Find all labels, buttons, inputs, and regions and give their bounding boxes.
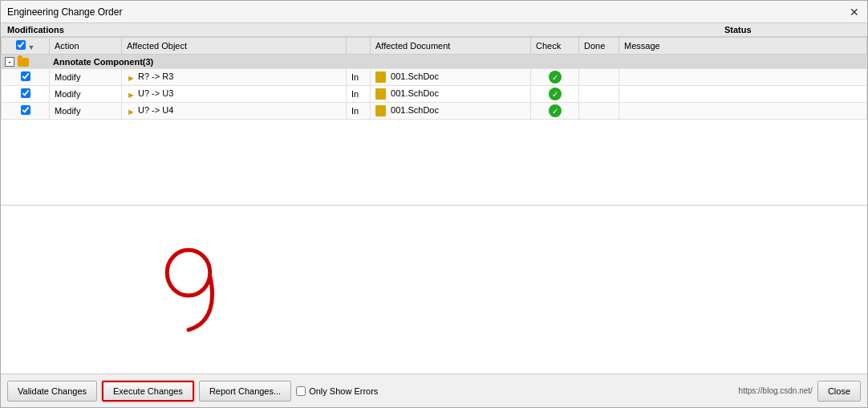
row1-affected-document: 001.SchDoc: [371, 69, 531, 86]
folder-icon: [18, 58, 29, 67]
table-row: Modify ► U? -> U3 In 001.SchDoc ✓: [2, 86, 867, 103]
row2-action: Modify: [50, 86, 122, 103]
only-show-errors-label[interactable]: Only Show Errors: [296, 386, 378, 396]
row2-affected-object: ► U? -> U3: [122, 86, 347, 103]
component-icon-1: ►: [127, 73, 136, 83]
row3-in: In: [347, 103, 371, 120]
component-icon-3: ►: [127, 107, 136, 116]
group-expand-cell[interactable]: -: [2, 55, 50, 69]
annotation-digit-9: [167, 250, 212, 329]
check-ok-icon-1: ✓: [549, 71, 562, 84]
row1-done: [579, 69, 619, 86]
row2-object-text: U? -> U3: [138, 88, 173, 98]
row2-enable-cell: [2, 86, 50, 103]
col-message-label: Message: [624, 41, 660, 51]
table-row: Modify ► R? -> R3 In 001.SchDoc ✓: [2, 69, 867, 86]
svg-point-0: [167, 250, 210, 296]
status-section-label: Status: [724, 25, 861, 35]
col-action-label: Action: [55, 41, 79, 51]
modifications-section-label: Modifications: [7, 25, 724, 35]
group-row: - Annotate Component(3): [2, 55, 867, 69]
row1-message: [619, 69, 867, 86]
row1-action: Modify: [50, 69, 122, 86]
status-url: https://blog.csdn.net/: [739, 386, 813, 395]
only-show-errors-checkbox[interactable]: [296, 386, 306, 396]
col-done-label: Done: [584, 41, 605, 51]
row3-enable-checkbox[interactable]: [21, 105, 30, 115]
validate-changes-button[interactable]: Validate Changes: [7, 381, 97, 402]
row1-object-text: R? -> R3: [138, 71, 173, 81]
check-ok-icon-3: ✓: [549, 104, 562, 117]
annotation-area: [1, 206, 867, 373]
doc-icon-3: [375, 105, 386, 116]
row3-done: [579, 103, 619, 120]
row2-document-text: 001.SchDoc: [391, 88, 439, 98]
group-label: Annotate Component(3): [50, 55, 867, 69]
col-message: Message: [619, 38, 867, 55]
close-window-button[interactable]: ✕: [848, 6, 861, 18]
row3-object-text: U? -> U4: [138, 105, 173, 115]
col-done: Done: [579, 38, 619, 55]
report-changes-button[interactable]: Report Changes...: [199, 381, 291, 402]
row3-document-text: 001.SchDoc: [391, 105, 439, 115]
doc-icon-1: [375, 71, 386, 83]
doc-icon-2: [375, 88, 386, 100]
row1-enable-checkbox[interactable]: [21, 71, 30, 81]
row1-document-text: 001.SchDoc: [391, 71, 439, 81]
modifications-table: ▼ Action Affected Object Affected Docume…: [1, 37, 867, 120]
col-affected-object: Affected Object: [122, 38, 347, 55]
row2-message: [619, 86, 867, 103]
only-show-errors-text: Only Show Errors: [309, 386, 378, 396]
col-action: Action: [50, 38, 122, 55]
sort-arrow-enable: ▼: [28, 43, 35, 51]
check-ok-icon-2: ✓: [549, 88, 562, 100]
modifications-table-container: ▼ Action Affected Object Affected Docume…: [1, 37, 867, 206]
component-icon-2: ►: [127, 90, 136, 100]
footer: Validate Changes Execute Changes Report …: [1, 373, 867, 407]
row3-enable-cell: [2, 103, 50, 120]
row3-check: ✓: [531, 103, 579, 120]
row1-check: ✓: [531, 69, 579, 86]
col-check-label: Check: [536, 41, 561, 51]
row3-affected-document: 001.SchDoc: [371, 103, 531, 120]
row2-affected-document: 001.SchDoc: [371, 86, 531, 103]
close-dialog-button[interactable]: Close: [817, 381, 861, 402]
col-in: [347, 38, 371, 55]
row2-in: In: [347, 86, 371, 103]
row1-enable-cell: [2, 69, 50, 86]
row3-affected-object: ► U? -> U4: [122, 103, 347, 120]
col-enable: ▼: [2, 38, 50, 55]
row1-affected-object: ► R? -> R3: [122, 69, 347, 86]
execute-changes-button[interactable]: Execute Changes: [102, 381, 194, 402]
col-affected-object-label: Affected Object: [127, 41, 187, 51]
main-window: Engineering Change Order ✕ Modifications…: [0, 0, 868, 408]
expand-icon[interactable]: -: [5, 57, 14, 67]
table-row: Modify ► U? -> U4 In 001.SchDoc ✓: [2, 103, 867, 120]
window-title: Engineering Change Order: [7, 6, 122, 18]
col-affected-document-label: Affected Document: [375, 41, 450, 51]
row2-enable-checkbox[interactable]: [21, 88, 30, 98]
row3-message: [619, 103, 867, 120]
col-check: Check: [531, 38, 579, 55]
row3-action: Modify: [50, 103, 122, 120]
title-bar: Engineering Change Order ✕: [1, 1, 867, 23]
row1-in: In: [347, 69, 371, 86]
annotation-svg: [1, 206, 867, 373]
col-affected-document: Affected Document: [371, 38, 531, 55]
enable-all-checkbox[interactable]: [16, 40, 26, 50]
row2-done: [579, 86, 619, 103]
row2-check: ✓: [531, 86, 579, 103]
